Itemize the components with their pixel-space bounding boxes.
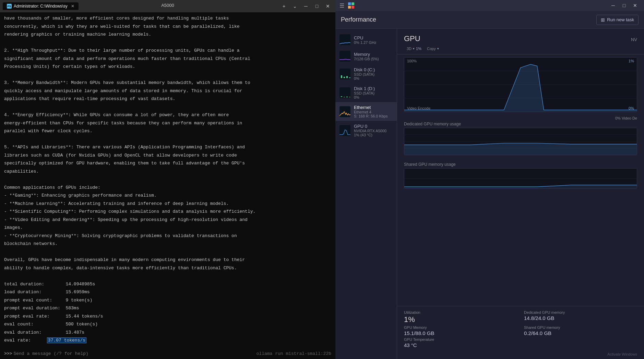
content-line-11 [4,104,331,111]
memory-label: Memory [354,52,379,57]
content-eval-duration: eval duration: 13.487s [4,329,331,336]
content-line-28: blockchain networks. [4,240,331,247]
maximize-button[interactable]: □ [312,1,322,11]
cpu-sub: 0% 1.27 GHz [354,40,376,45]
memory-sparkline [339,51,350,62]
content-line-17: libraries such as CUDA (for Nvidia GPUs)… [4,152,331,159]
taskman-panel: ☰ ─ □ ✕ Performance ⊞ Run new task [335,0,644,359]
run-new-task-label: Run new task [607,17,634,22]
disk1-label: Disk 1 (D:) [354,86,375,91]
svg-rect-5 [339,51,350,62]
close-icon[interactable]: ✕ [71,4,74,9]
sidebar-item-memory[interactable]: Memory 7/128 GB (5%) [335,48,397,64]
shared-gpu-mem-value: 0.2/64.0 GB [524,330,637,336]
content-line-29 [4,249,331,256]
content-line-18: specifically optimized for GPU hardware,… [4,160,331,167]
content-line-9: quickly access and manipulate large amou… [4,88,331,95]
content-eval-count: eval count: 500 token(s) [4,321,331,328]
dedicated-gpu-mem-value: 14.8/24.0 GB [524,315,637,321]
terminal-content: have thousands of smaller, more efficien… [0,12,335,350]
disk1-sparkline [339,87,350,98]
3d-metric-dropdown[interactable]: 3D ▾ 1% [404,46,424,51]
content-prompt-eval-count: prompt eval count: 9 token(s) [4,297,331,304]
terminal-panel: PS Administrator: C:\Windows\sy ✕ A5000 … [0,0,335,359]
terminal-tab[interactable]: PS Administrator: C:\Windows\sy ✕ [3,2,79,10]
terminal-controls: A5000 + ⌄ ─ □ ✕ [279,1,333,11]
video-decode-pct: 0% Video De [615,116,637,120]
content-total-duration: total duration: 14.0948985s [4,281,331,288]
svg-rect-13 [344,97,345,97]
taskman-close-button[interactable]: ✕ [630,1,640,10]
sidebar-item-ethernet[interactable]: Ethernet Ethernet 4 S: 168 R: 56.0 Kbps [335,102,397,121]
ethernet-sparkline [339,106,350,117]
content-line-10: applications that require real-time proc… [4,96,331,102]
svg-rect-2 [348,6,351,9]
gpu-memory-value: 15.1/88.0 GB [404,330,517,336]
content-line-8: 3. **Memory Bandwidth**: Modern GPUs hav… [4,79,331,86]
content-line-22: - **Gaming**: Enhancing graphics perform… [4,192,331,199]
svg-rect-1 [351,2,354,5]
sidebar-item-disk1[interactable]: Disk 1 (D:) SSD (SATA) 0% [335,83,397,102]
svg-rect-8 [344,77,345,78]
watermark-area: Activate Windows [397,352,644,359]
utilization-label: Utilization [404,310,517,314]
shared-gpu-mem-label: Shared GPU memory usage [404,162,637,167]
terminal-input[interactable] [13,351,249,356]
copy-label: Copy [427,47,436,51]
dropdown-button[interactable]: ⌄ [290,1,300,11]
ethernet-sub2: S: 168 R: 56.0 Kbps [354,114,387,118]
taskman-window-controls: ─ □ ✕ [608,1,640,10]
new-tab-button[interactable]: + [279,1,289,11]
copy-metric-dropdown[interactable]: Copy ▾ [424,46,442,51]
run-new-task-button[interactable]: ⊞ Run new task [596,15,639,25]
terminal-titlebar: PS Administrator: C:\Windows\sy ✕ A5000 … [0,0,335,12]
svg-rect-16 [339,106,350,117]
content-load-duration: load duration: 15.6959ms [4,289,331,296]
content-line-0: have thousands of smaller, more efficien… [4,15,331,22]
gpu-name: NV [631,37,637,42]
taskman-minimize-button[interactable]: ─ [608,1,618,10]
chart-video-encode-pct: 0% [629,106,634,110]
disk1-sub2: 0% [354,95,375,99]
disk0-sparkline [339,69,350,79]
dedicated-memory-chart [404,128,637,155]
shared-gpu-mem-label-stat: Shared GPU memory [524,325,637,330]
sidebar-item-disk0[interactable]: Disk 0 (C:) SSD (SATA) 0% [335,64,397,83]
cpu-sparkline [339,34,350,45]
memory-sub: 7/128 GB (5%) [354,57,379,61]
content-line-5: significant amount of data and perform o… [4,55,331,62]
sidebar-item-gpu0[interactable]: GPU 0 NVIDIA RTX A5000 1% (43 °C) [335,121,397,140]
hamburger-icon[interactable]: ☰ [339,2,344,9]
chevron-down-icon: ▾ [413,47,415,50]
svg-rect-0 [348,2,351,5]
close-button[interactable]: ✕ [323,1,333,11]
sidebar-item-cpu[interactable]: CPU 0% 1.27 GHz [335,32,397,48]
content-line-1: concurrently, which is why they are well… [4,23,331,30]
gpu-memory-label: GPU Memory [404,325,517,330]
gpu-utilization-chart: 100% 1% Video Encode 0% [404,57,637,112]
svg-rect-7 [341,75,342,78]
activate-watermark: Activate Windows [607,352,637,356]
disk0-sub2: 0% [354,76,375,81]
content-line-30: Overall, GPUs have become indispensable … [4,257,331,263]
svg-rect-15 [349,97,350,97]
taskman-header: Performance ⊞ Run new task [335,11,644,29]
gpu0-label: GPU 0 [354,124,386,129]
svg-rect-14 [346,97,348,97]
content-line-4: 2. **High Throughput**: Due to their lar… [4,47,331,54]
chart-top-pct: 100% [407,59,417,63]
taskman-maximize-button[interactable]: □ [619,1,629,10]
terminal-title: A5000 [161,3,174,8]
taskman-main-content: GPU NV 3D ▾ 1% Copy ▾ 100% 1% [397,29,644,359]
gpu0-sub: NVIDIA RTX A5000 [354,129,386,133]
svg-rect-10 [349,77,350,78]
terminal-input-row: >>> ollama run mistral-small:22b [0,350,335,359]
content-line-25: - **Video Editing and Rendering**: Speed… [4,216,331,223]
terminal-prompt: >>> [4,351,12,356]
svg-rect-3 [351,6,354,9]
stat-gpu-memory: GPU Memory 15.1/88.0 GB [404,325,517,336]
minimize-button[interactable]: ─ [301,1,311,11]
stats-grid: Utilization 1% Dedicated GPU memory 14.8… [397,306,644,352]
3d-label: 3D [407,47,412,51]
terminal-tab-icon: PS [7,4,12,9]
